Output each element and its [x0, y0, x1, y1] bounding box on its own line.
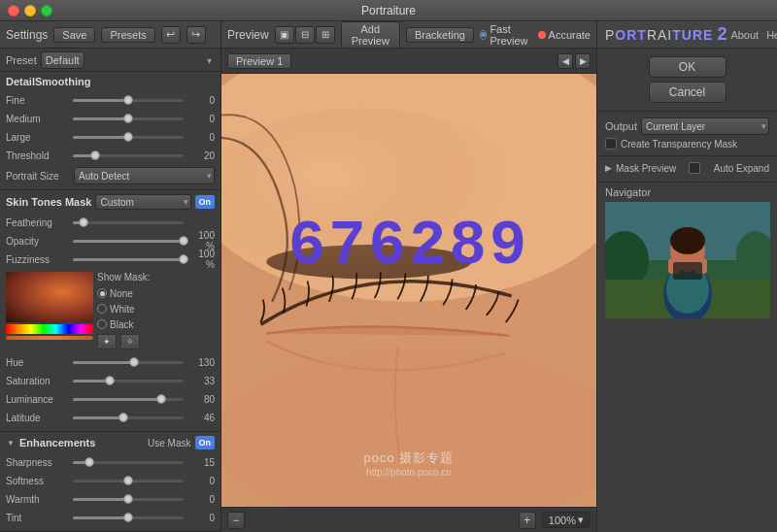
minimize-button[interactable] — [24, 5, 36, 17]
preview-label: Preview — [227, 28, 269, 42]
color-swatch[interactable] — [6, 272, 93, 340]
view-split-btn[interactable]: ⊟ — [295, 26, 315, 44]
accurate-label: Accurate — [549, 29, 591, 41]
about-btn[interactable]: About — [726, 28, 762, 42]
accurate-radio[interactable]: Accurate — [538, 29, 591, 41]
zoom-in-btn[interactable]: + — [519, 512, 536, 529]
add-preview-btn[interactable]: Add Preview — [341, 21, 400, 49]
opacity-slider[interactable] — [73, 240, 184, 243]
saturation-value: 33 — [187, 376, 215, 386]
create-transparency-row[interactable]: Create Transparency Mask — [605, 138, 769, 150]
maximize-button[interactable] — [41, 5, 52, 17]
fast-preview-radio[interactable]: Fast Preview — [480, 23, 532, 47]
preview-tab-1[interactable]: Preview 1 — [227, 53, 291, 69]
output-select[interactable]: Current Layer — [641, 117, 769, 135]
large-slider[interactable] — [73, 136, 184, 139]
zoom-dropdown-icon: ▾ — [578, 514, 584, 526]
sharpness-label: Sharpness — [6, 457, 69, 468]
portrait-size-label: Portrait Size — [6, 171, 74, 182]
feathering-slider[interactable] — [73, 221, 184, 224]
presets-button[interactable]: Presets — [101, 27, 154, 43]
zoom-out-btn[interactable]: − — [227, 512, 245, 529]
medium-slider[interactable] — [73, 117, 184, 120]
mask-preview-row: ▶ Mask Preview Auto Expand — [605, 162, 769, 174]
enhancements-title: Enhancements — [19, 437, 95, 449]
next-tab-btn[interactable]: ▶ — [575, 53, 591, 69]
undo-button[interactable]: ↩ — [161, 26, 181, 44]
right-header: PORTRAITURE 2 About Help — [597, 21, 777, 49]
tint-slider-row: Tint 0 — [6, 509, 215, 526]
threshold-label: Threshold — [6, 150, 69, 161]
redo-button[interactable]: ↪ — [186, 26, 206, 44]
large-value: 0 — [187, 132, 215, 143]
fuzziness-slider[interactable] — [73, 258, 184, 261]
fuzziness-value: 100 % — [187, 249, 215, 270]
window-title: Portraiture — [361, 4, 416, 17]
preset-select-wrap: Default — [41, 51, 215, 69]
saturation-slider[interactable] — [73, 380, 184, 382]
skin-on-badge[interactable]: On — [195, 195, 216, 209]
show-mask-title: Show Mask: — [97, 272, 215, 283]
hue-value: 130 — [187, 357, 215, 368]
cancel-button[interactable]: Cancel — [649, 82, 726, 103]
navigator-title: Navigator — [605, 186, 769, 198]
softness-value: 0 — [187, 476, 215, 486]
image-area[interactable]: 676289 poco 摄影专题 http://photo.poco.cn — [221, 74, 596, 507]
softness-slider-row: Softness 0 — [6, 472, 215, 489]
black-radio-dot[interactable] — [97, 319, 107, 329]
view-buttons: ▣ ⊟ ⊞ — [275, 26, 335, 44]
none-label: None — [110, 288, 133, 299]
white-radio-dot[interactable] — [97, 304, 107, 314]
portrait-size-select[interactable]: Auto Detect — [74, 167, 215, 184]
eyedropper-btn-1[interactable]: ✦ — [97, 334, 117, 349]
zoom-display[interactable]: 100% ▾ — [542, 512, 591, 528]
image-number: 676289 — [288, 212, 529, 282]
black-radio[interactable]: Black — [97, 316, 215, 332]
none-radio-dot[interactable] — [97, 288, 107, 298]
white-label: White — [110, 304, 135, 315]
eyedropper-btn-2[interactable]: ✧ — [120, 334, 140, 349]
range-bar[interactable] — [6, 336, 93, 340]
close-button[interactable] — [8, 5, 19, 17]
tint-slider[interactable] — [73, 516, 184, 519]
navigator-svg — [605, 202, 770, 318]
bracketing-btn[interactable]: Bracketing — [406, 27, 474, 43]
save-button[interactable]: Save — [53, 27, 95, 43]
svg-rect-16 — [673, 262, 702, 280]
latitude-slider[interactable] — [73, 416, 184, 419]
fast-preview-dot — [480, 30, 487, 40]
sharpness-slider[interactable] — [73, 461, 184, 464]
auto-expand-checkbox[interactable] — [689, 162, 700, 174]
enhancements-toggle[interactable]: ▼ — [6, 438, 16, 448]
output-select-wrap: Current Layer — [641, 117, 769, 135]
white-radio[interactable]: White — [97, 301, 215, 316]
help-btn[interactable]: Help — [762, 28, 777, 42]
mask-preview-label: Mask Preview — [616, 163, 676, 174]
traffic-lights — [8, 5, 52, 17]
softness-slider[interactable] — [73, 480, 184, 482]
navigator-image[interactable] — [605, 202, 770, 318]
luminance-slider[interactable] — [73, 398, 184, 401]
ok-button[interactable]: OK — [649, 56, 726, 78]
warmth-slider[interactable] — [73, 498, 184, 501]
prev-tab-btn[interactable]: ◀ — [557, 53, 573, 69]
preview-image: 676289 poco 摄影专题 http://photo.poco.cn — [221, 74, 596, 507]
none-radio[interactable]: None — [97, 285, 215, 301]
preset-label: Preset — [6, 54, 37, 66]
hue-bar[interactable] — [6, 324, 93, 334]
hue-label: Hue — [6, 357, 69, 368]
skin-custom-select[interactable]: Custom — [95, 194, 190, 210]
view-split-v-btn[interactable]: ⊞ — [316, 26, 335, 44]
fine-slider[interactable] — [73, 99, 184, 102]
threshold-slider[interactable] — [73, 154, 184, 157]
preset-select[interactable]: Default — [41, 51, 84, 69]
create-transparency-label: Create Transparency Mask — [621, 139, 737, 150]
zoom-value: 100% — [549, 515, 576, 526]
mask-preview-triangle[interactable]: ▶ — [605, 163, 612, 173]
view-single-btn[interactable]: ▣ — [275, 26, 294, 44]
create-transparency-checkbox[interactable] — [605, 138, 617, 150]
threshold-value: 20 — [187, 150, 215, 161]
enh-on-badge[interactable]: On — [195, 436, 216, 449]
hue-slider[interactable] — [73, 361, 184, 364]
output-section: Output Current Layer Create Transparency… — [597, 112, 777, 156]
